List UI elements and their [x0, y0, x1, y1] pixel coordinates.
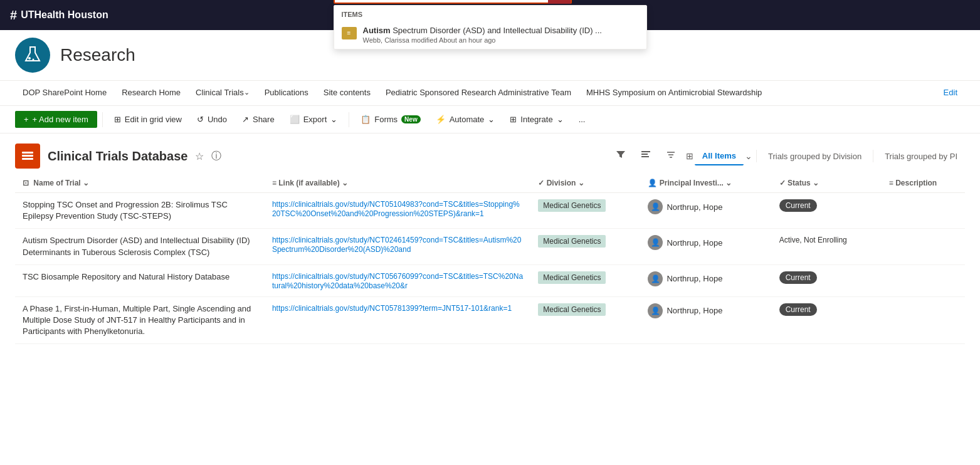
trial-name-text: Autism Spectrum Disorder (ASD) and Intel…: [23, 236, 250, 256]
share-label: Share: [253, 115, 275, 124]
search-submit-button[interactable]: [548, 0, 571, 4]
division-tag: Medical Genetics: [538, 235, 606, 248]
forms-icon: 📋: [361, 115, 371, 124]
more-icon: ...: [579, 115, 586, 124]
trial-link-anchor[interactable]: https://clinicaltrials.gov/study/NCT0578…: [272, 304, 512, 313]
add-new-button[interactable]: + + Add new item: [15, 111, 97, 128]
col-description[interactable]: ≡ Description: [882, 174, 965, 193]
favorite-icon[interactable]: ☆: [195, 150, 204, 162]
forms-button[interactable]: 📋 Forms New: [354, 111, 426, 128]
status-text: Active, Not Enrolling: [779, 236, 847, 244]
nav-research-home[interactable]: Research Home: [114, 81, 188, 106]
filter-icon: [616, 150, 626, 160]
division-tag: Medical Genetics: [538, 199, 606, 212]
cell-link: https://clinicaltrials.gov/study/NCT0510…: [265, 193, 530, 229]
search-result-item[interactable]: ≡ Autism Spectrum Disorder (ASD) and Int…: [334, 21, 646, 49]
division-tag: Medical Genetics: [538, 271, 606, 284]
svg-rect-4: [22, 158, 33, 160]
view-trials-division[interactable]: Trials grouped by Division: [761, 148, 869, 165]
table-row: Stopping TSC Onset and Progression 2B: S…: [15, 193, 965, 229]
grid-icon: ⊞: [114, 115, 121, 124]
cell-division: Medical Genetics: [530, 296, 640, 344]
integrate-chevron-icon: ⌄: [557, 115, 564, 124]
col-name[interactable]: ⊡ Name of Trial ⌄: [15, 174, 265, 193]
search-bar: ←: [334, 0, 572, 4]
more-button[interactable]: ...: [572, 111, 592, 128]
site-icon: [15, 38, 50, 73]
nav-publications[interactable]: Publications: [257, 81, 316, 106]
export-button[interactable]: ⬜ Export ⌄: [283, 111, 344, 128]
share-button[interactable]: ↗ Share: [236, 111, 281, 128]
toolbar: + + Add new item ⊞ Edit in grid view ↺ U…: [0, 106, 980, 133]
cell-investigator: 👤Northrup, Hope: [640, 193, 771, 229]
undo-icon: ↺: [197, 115, 204, 124]
table-row: TSC Biosample Repository and Natural His…: [15, 264, 965, 296]
status-badge: Current: [779, 271, 817, 284]
col-status[interactable]: ✓ Status ⌄: [772, 174, 882, 193]
group-icon-button[interactable]: [636, 147, 656, 165]
integrate-button[interactable]: ⊞ Integrate ⌄: [503, 111, 569, 128]
trial-link-anchor[interactable]: https://clinicaltrials.gov/study/NCT0246…: [272, 236, 522, 254]
view-trials-pi[interactable]: Trials grouped by PI: [877, 148, 965, 165]
col-division[interactable]: ✓ Division ⌄: [530, 174, 640, 193]
view-dropdown-icon[interactable]: ⌄: [745, 151, 752, 161]
cell-name: TSC Biosample Repository and Natural His…: [15, 264, 265, 296]
info-icon[interactable]: ⓘ: [211, 150, 221, 163]
cell-status: Current: [772, 264, 882, 296]
divider: [756, 150, 757, 162]
cell-link: https://clinicaltrials.gov/study/NCT0567…: [265, 264, 530, 296]
trial-name-text: Stopping TSC Onset and Progression 2B: S…: [23, 200, 228, 221]
col-link-arrow: ⌄: [342, 179, 348, 187]
trial-name-text: A Phase 1, First-in-Human, Multiple Part…: [23, 304, 251, 336]
cell-division: Medical Genetics: [530, 229, 640, 264]
table-body: Stopping TSC Onset and Progression 2B: S…: [15, 193, 965, 344]
integrate-icon: ⊞: [510, 115, 517, 124]
avatar: 👤: [648, 303, 663, 318]
col-investigator-arrow: ⌄: [725, 179, 732, 187]
search-item-icon: ≡: [342, 27, 357, 39]
col-name-icon: ⊡: [23, 179, 29, 187]
svg-point-0: [28, 57, 31, 60]
nav-dop-sharepoint[interactable]: DOP SharePoint Home: [15, 81, 114, 106]
svg-rect-7: [641, 156, 649, 157]
investigator-info: 👤Northrup, Hope: [648, 235, 764, 250]
svg-rect-3: [22, 155, 33, 157]
nav-clinical-trials[interactable]: Clinical Trials: [188, 81, 257, 106]
nav-edit[interactable]: Edit: [936, 81, 965, 106]
sort-icon-button[interactable]: [661, 147, 681, 165]
cell-investigator: 👤Northrup, Hope: [640, 296, 771, 344]
edit-grid-button[interactable]: ⊞ Edit in grid view: [108, 111, 188, 128]
trial-link-anchor[interactable]: https://clinicaltrials.gov/study/NCT0510…: [272, 200, 520, 218]
view-all-items[interactable]: All Items: [695, 147, 744, 165]
automate-chevron-icon: ⌄: [488, 115, 495, 124]
edit-grid-label: Edit in grid view: [125, 115, 182, 124]
division-tag: Medical Genetics: [538, 303, 606, 316]
cell-description: [882, 193, 965, 229]
col-investigator[interactable]: 👤 Principal Investi... ⌄: [640, 174, 771, 193]
filter-icon-button[interactable]: [611, 147, 631, 165]
search-item-text: Autism Spectrum Disorder (ASD) and Intel…: [363, 26, 639, 44]
undo-button[interactable]: ↺ Undo: [191, 111, 233, 128]
avatar: 👤: [648, 235, 663, 250]
export-chevron-icon: ⌄: [330, 115, 337, 124]
investigator-name: Northrup, Hope: [667, 238, 722, 248]
navigation: DOP SharePoint Home Research Home Clinic…: [0, 81, 980, 106]
cell-name: Stopping TSC Onset and Progression 2B: S…: [15, 193, 265, 229]
col-link[interactable]: ≡ Link (if available) ⌄: [265, 174, 530, 193]
col-division-icon: ✓: [538, 179, 544, 187]
list-actions: ⊞ All Items ⌄ Trials grouped by Division…: [611, 147, 965, 165]
integrate-label: Integrate: [520, 115, 552, 124]
header-row: ⊡ Name of Trial ⌄ ≡ Link (if available) …: [15, 174, 965, 193]
automate-button[interactable]: ⚡ Automate ⌄: [429, 111, 502, 128]
content-area: Clinical Trials Database ☆ ⓘ ⊞ All Items…: [0, 133, 980, 344]
nav-site-contents[interactable]: Site contents: [316, 81, 378, 106]
search-item-title: Autism Spectrum Disorder (ASD) and Intel…: [363, 26, 639, 35]
nav-mhhs[interactable]: MHHS Symposium on Antimicrobial Stewards…: [579, 81, 769, 106]
search-item-rest: Spectrum Disorder (ASD) and Intellectual…: [391, 26, 602, 35]
table-header: ⊡ Name of Trial ⌄ ≡ Link (if available) …: [15, 174, 965, 193]
svg-rect-2: [22, 152, 33, 154]
nav-pediatric-team[interactable]: Pediatric Sponsored Research Administrat…: [378, 81, 579, 106]
trial-link-anchor[interactable]: https://clinicaltrials.gov/study/NCT0567…: [272, 272, 523, 290]
investigator-name: Northrup, Hope: [667, 306, 722, 315]
cell-status: Current: [772, 296, 882, 344]
